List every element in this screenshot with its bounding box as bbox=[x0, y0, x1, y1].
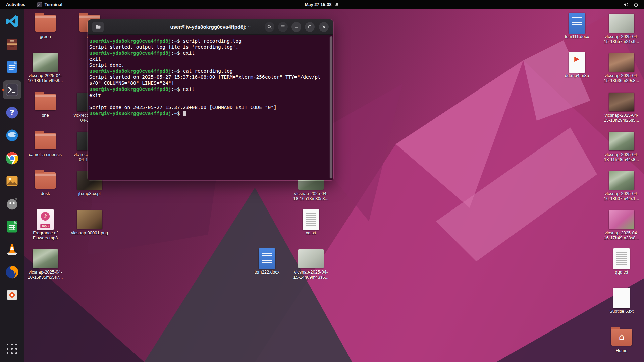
desktop-icon-vlcsnap-2025-04-10-18h15m49s8[interactable]: vlcsnap-2025-04-10-18h15m49s8... bbox=[25, 52, 65, 83]
dock-item-libreoffice-calc[interactable] bbox=[3, 217, 21, 236]
minimize-button[interactable] bbox=[291, 22, 301, 32]
thumb-icon bbox=[291, 248, 331, 269]
desktop-icon-xc-txt[interactable]: xc.txt bbox=[291, 209, 331, 235]
terminal-scrollbar[interactable] bbox=[329, 36, 333, 179]
desktop-icon-label: jh.mp3.xspf bbox=[78, 191, 101, 196]
help-icon: ? bbox=[5, 105, 19, 120]
thunderbird-icon bbox=[5, 128, 19, 143]
thumb-icon bbox=[601, 170, 642, 191]
desktop-icon-label: vlcsnap-2025-04-18-11h48m44s8... bbox=[603, 152, 640, 162]
folder-icon bbox=[95, 24, 101, 30]
desktop-icon-one[interactable]: one bbox=[25, 91, 65, 118]
libreoffice-writer-icon bbox=[5, 60, 19, 74]
dock-item-libreoffice-writer[interactable] bbox=[3, 58, 21, 76]
desktop-icon-green[interactable]: green bbox=[25, 12, 65, 39]
top-bar: Activities Terminal May 27 15:38 bbox=[0, 0, 644, 9]
dock-item-thunderbird[interactable] bbox=[3, 126, 21, 145]
new-tab-button[interactable] bbox=[92, 22, 104, 32]
terminal-prompt-line: user@iv-yds8okrgg0cva4ffpd8j:~$ cat reco… bbox=[89, 68, 324, 74]
clock: May 27 15:38 bbox=[305, 2, 331, 7]
desktop-icon-vlcsnap-2025-04-15-13h36m29s8[interactable]: vlcsnap-2025-04-15-13h36m29s8... bbox=[601, 52, 642, 83]
desktop-screen: Activities Terminal May 27 15:38 ? bbox=[0, 0, 644, 362]
thumb-glyph bbox=[609, 93, 634, 111]
txt-icon bbox=[601, 248, 642, 269]
terminal-output-line: exit bbox=[89, 56, 324, 62]
terminal-output-line: Script started on 2025-05-27 15:37:16+08… bbox=[89, 74, 324, 86]
desktop-icon-label: vlcsnap-2025-04-15-13h57m21s9... bbox=[603, 34, 640, 44]
thumb-glyph bbox=[298, 249, 324, 268]
desktop-icon-vlcsnap-2025-04-10-16h35m55s7[interactable]: vlcsnap-2025-04-10-16h35m55s7... bbox=[25, 248, 65, 280]
desktop-icon-tom111-docx[interactable]: tom111.docx bbox=[557, 12, 597, 39]
desktop-icon-home[interactable]: Home bbox=[601, 326, 642, 353]
search-button[interactable] bbox=[265, 22, 274, 32]
thumb-glyph bbox=[609, 210, 634, 229]
desktop-icon-dd-mp4-m3u[interactable]: dd.mp4.m3u bbox=[557, 52, 597, 78]
dock-item-firefox[interactable] bbox=[3, 263, 21, 282]
scrollbar-thumb[interactable] bbox=[330, 36, 332, 178]
terminal-icon bbox=[5, 82, 19, 97]
desktop-icon-label: vlcsnap-2025-04-10-18h15m49s8... bbox=[26, 73, 64, 83]
close-icon bbox=[321, 24, 326, 29]
desktop-icon-tom222-docx[interactable]: tom222.docx bbox=[247, 248, 287, 275]
thumb-icon bbox=[601, 209, 642, 230]
maximize-button[interactable] bbox=[305, 22, 315, 32]
dock-item-ubuntu-software[interactable] bbox=[3, 286, 21, 304]
thumb-glyph bbox=[609, 53, 634, 72]
desktop-icon-fragrance-of-flowers-mp3[interactable]: mp3Fragrance of Flowers.mp3 bbox=[25, 209, 65, 240]
vscode-icon bbox=[5, 14, 19, 29]
dock-item-vlc[interactable] bbox=[3, 240, 21, 259]
dock-item-terminal[interactable] bbox=[3, 80, 21, 99]
dock-item-vscode[interactable] bbox=[3, 12, 21, 31]
desktop-icon-subtitle-6-txt[interactable]: Subtitle 6.txt bbox=[601, 287, 642, 314]
desktop-icon-vlcsnap-2025-04-16-17h49m23s8[interactable]: vlcsnap-2025-04-16-17h49m23s8... bbox=[601, 209, 642, 240]
notification-bell-icon bbox=[335, 2, 339, 7]
libreoffice-calc-icon bbox=[5, 219, 19, 234]
dock: ? bbox=[0, 9, 24, 362]
apps-grid-icon bbox=[5, 342, 18, 355]
desktop-icon-qqq-txt[interactable]: qqq.txt bbox=[601, 248, 642, 275]
folder-glyph bbox=[35, 133, 56, 149]
terminal-text: user@iv-yds8okrgg0cva4ffpd8j:~$ script r… bbox=[88, 35, 324, 116]
activities-button[interactable]: Activities bbox=[6, 2, 25, 7]
desktop-icon-label: xc.txt bbox=[306, 230, 316, 235]
dock-item-gimp[interactable] bbox=[3, 194, 21, 213]
m3u-icon bbox=[557, 52, 597, 73]
thumb-glyph bbox=[609, 171, 634, 190]
desktop-icon-vlcsnap-2025-04-16-18h07m44s1[interactable]: vlcsnap-2025-04-16-18h07m44s1... bbox=[601, 170, 642, 201]
terminal-body[interactable]: user@iv-yds8okrgg0cva4ffpd8j:~$ script r… bbox=[88, 35, 333, 180]
desktop-icon-vlcsnap-2025-04-15-13h29m25s5[interactable]: vlcsnap-2025-04-15-13h29m25s5... bbox=[601, 91, 642, 123]
focused-app-menu[interactable]: Terminal bbox=[37, 2, 62, 7]
home-glyph bbox=[611, 329, 632, 346]
desktop-icon-label: vlcsnap-2025-04-15-14h09m43s6... bbox=[292, 269, 330, 280]
menu-button[interactable] bbox=[278, 22, 288, 32]
terminal-prompt-line: user@iv-yds8okrgg0cva4ffpd8j:~$ script r… bbox=[89, 38, 324, 44]
system-status-area[interactable] bbox=[623, 2, 644, 7]
dock-item-image-viewer[interactable] bbox=[3, 172, 21, 190]
folder-icon bbox=[25, 12, 65, 34]
terminal-output-line: Script done on 2025-05-27 15:37:23+08:00… bbox=[89, 104, 324, 110]
desktop-icon-label: Subtitle 6.txt bbox=[609, 309, 634, 314]
desktop-icon-vlcsnap-00001-png[interactable]: vlcsnap-00001.png bbox=[69, 209, 110, 235]
desktop-icon-desk[interactable]: desk bbox=[25, 170, 65, 196]
desktop-icon-vlcsnap-2025-04-15-13h57m21s9[interactable]: vlcsnap-2025-04-15-13h57m21s9... bbox=[601, 12, 642, 44]
close-button[interactable] bbox=[319, 22, 329, 32]
clock-menu[interactable]: May 27 15:38 bbox=[305, 0, 339, 9]
search-icon bbox=[267, 24, 272, 29]
dock-item-chrome[interactable] bbox=[3, 149, 21, 168]
firefox-icon bbox=[5, 265, 19, 280]
desktop-icon-camellia-sinensis[interactable]: camellia sinensis bbox=[25, 130, 65, 157]
desktop-icon-label: vlcsnap-2025-04-16-18h07m44s1... bbox=[603, 191, 640, 201]
dock-item-help[interactable]: ? bbox=[3, 103, 21, 122]
terminal-titlebar[interactable]: user@iv-yds8okrgg0cva4ffpd8j: ~ bbox=[88, 19, 333, 35]
terminal-prompt-line: user@iv-yds8okrgg0cva4ffpd8j:~$ exit bbox=[89, 86, 324, 92]
thumb-icon bbox=[601, 91, 642, 113]
m3u-glyph bbox=[569, 52, 585, 73]
terminal-cursor bbox=[183, 111, 186, 116]
thumb-icon bbox=[69, 209, 110, 230]
dock-item-file-cabinet[interactable] bbox=[3, 35, 21, 54]
desktop-icon-label: tom111.docx bbox=[565, 34, 589, 39]
desktop-icon-vlcsnap-2025-04-18-11h48m44s8[interactable]: vlcsnap-2025-04-18-11h48m44s8... bbox=[601, 130, 642, 162]
titlebar-controls bbox=[265, 22, 333, 32]
show-applications-button[interactable] bbox=[3, 339, 21, 358]
desktop-icon-vlcsnap-2025-04-15-14h09m43s6[interactable]: vlcsnap-2025-04-15-14h09m43s6... bbox=[291, 248, 331, 280]
